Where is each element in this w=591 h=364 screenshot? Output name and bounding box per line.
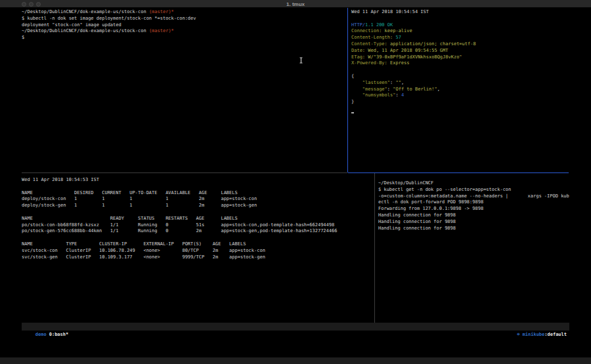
- terminal-text: OK: [387, 22, 393, 28]
- terminal-line: Handling connection for 9898: [378, 226, 570, 232]
- terminal-line: ~/Desktop/DublinCNCF/dok-example-us/stoc…: [22, 28, 346, 35]
- terminal-line: Wed 11 Apr 2018 10:54:53 IST: [22, 177, 373, 184]
- pane-top-left-shell[interactable]: ~/Desktop/DublinCNCF/dok-example-us/stoc…: [22, 9, 346, 41]
- window-title: 1. tmux: [0, 1, 591, 7]
- terminal-line: ectl -n dok port-forward POD 9898:9898: [378, 199, 570, 206]
- terminal-line: Content-Type: application/json; charset=…: [351, 41, 569, 48]
- terminal-text: "lastseen": [362, 80, 390, 85]
- terminal: ~/Desktop/DublinCNCF/dok-example-us/stoc…: [0, 8, 591, 357]
- terminal-text: X-Powered-By:: [351, 60, 390, 66]
- terminal-line: Handling connection for 9898: [378, 219, 570, 226]
- pane-border-vertical-bottom[interactable]: [374, 173, 375, 323]
- window-titlebar: 1. tmux: [0, 0, 591, 8]
- terminal-text: Handling connection for 9898: [378, 212, 456, 218]
- tmux-status-bar: demo0:bash* ☸ minikube:default: [22, 323, 569, 331]
- text-cursor-pointer-icon: [299, 57, 303, 64]
- terminal-line: Connection: keep-alive: [351, 28, 569, 35]
- terminal-text: deploy/stock-gen 1 1 1 1 2m app=stock-ge…: [22, 203, 257, 208]
- terminal-text: NAME DESIRED CURRENT UP-TO-DATE AVAILABL…: [22, 190, 238, 195]
- terminal-line: NAME DESIRED CURRENT UP-TO-DATE AVAILABL…: [22, 190, 373, 197]
- terminal-text: Date:: [351, 48, 368, 53]
- session-name: demo: [35, 332, 47, 337]
- terminal-cursor: [351, 112, 354, 114]
- terminal-text: [351, 80, 362, 85]
- terminal-line: [351, 112, 569, 119]
- terminal-text: Handling connection for 9898: [378, 219, 456, 224]
- terminal-text: 57: [395, 35, 401, 40]
- terminal-text: NAME READY STATUS RESTARTS AGE LABELS: [22, 216, 238, 221]
- terminal-line: HTTP/1.1 200 OK: [351, 22, 569, 29]
- terminal-text: deployment "stock-con" image updated: [22, 22, 121, 28]
- terminal-text: Wed, 11 Apr 2018 09:54:55 GMT: [368, 48, 448, 53]
- terminal-line: X-Powered-By: Express: [351, 60, 569, 67]
- terminal-line: -o=custom-columns=:metadata.name --no-he…: [378, 193, 570, 200]
- terminal-text: Wed 11 Apr 2018 10:54:53 IST: [22, 177, 99, 182]
- terminal-text: }: [351, 99, 354, 104]
- terminal-text: ,: [401, 80, 404, 85]
- pane-border-horizontal-right-active[interactable]: [348, 172, 569, 173]
- terminal-text: ,: [437, 87, 440, 92]
- terminal-line: $: [22, 35, 346, 41]
- terminal-line: $ kubectl get -n dok po --selector=app=s…: [378, 187, 570, 193]
- pane-border-vertical-top[interactable]: [347, 8, 348, 172]
- terminal-text: $: [22, 35, 24, 40]
- pane-border-horizontal-left[interactable]: [22, 172, 347, 173]
- terminal-line: "lastseen": "",: [351, 80, 569, 87]
- kubernetes-icon: ☸: [517, 332, 522, 337]
- terminal-text: HTTP/: [351, 22, 365, 28]
- terminal-text: ectl -n dok port-forward POD 9898:9898: [378, 199, 483, 205]
- pane-bottom-left-kubectl-resources[interactable]: Wed 11 Apr 2018 10:54:53 IST NAME DESIRE…: [22, 177, 373, 260]
- terminal-text: Content-Type:: [351, 41, 390, 47]
- terminal-text: "Off to Berlin!": [393, 87, 437, 92]
- terminal-line: po/stock-gen-576cc688bb-44kmn 1/1 Runnin…: [22, 228, 373, 235]
- terminal-text: Handling connection for 9898: [378, 226, 456, 231]
- terminal-text: Wed 11 Apr 2018 10:54:54 IST: [351, 9, 429, 14]
- terminal-text: "": [395, 80, 401, 85]
- terminal-line: $ kubectl -n dok set image deployment/st…: [22, 16, 346, 22]
- window-tab[interactable]: 0:bash*: [49, 332, 69, 337]
- terminal-line: svc/stock-gen ClusterIP 10.109.3.177 <no…: [22, 254, 373, 261]
- terminal-text: (master)*: [149, 28, 174, 33]
- terminal-text: ETag:: [351, 54, 368, 60]
- terminal-line: ETag: W/"39-0xBPf9aF1dXVNkhsxoBQgJ8vKzo": [351, 54, 569, 61]
- terminal-text: :: [395, 92, 401, 98]
- terminal-text: "numsymbols": [362, 92, 396, 98]
- terminal-text: NAME TYPE CLUSTER-IP EXTERNAL-IP PORT(S)…: [22, 241, 246, 247]
- terminal-line: [22, 235, 373, 241]
- terminal-line: deployment "stock-con" image updated: [22, 22, 346, 29]
- terminal-text: Express: [390, 60, 410, 66]
- terminal-text: application/json; charset=utf-8: [390, 41, 476, 47]
- terminal-text: {: [351, 73, 354, 79]
- terminal-text: "message": [362, 87, 387, 92]
- terminal-line: ~/Desktop/DublinCNCF/dok-example-us/stoc…: [22, 9, 346, 16]
- desktop-strip: [0, 357, 591, 364]
- terminal-text: Connection:: [351, 28, 385, 33]
- terminal-text: deploy/stock-con 1 1 1 1 2m app=stock-co…: [22, 196, 257, 201]
- pane-bottom-right-port-forward[interactable]: ~/Desktop/DublinCNCF$ kubectl get -n dok…: [378, 180, 570, 232]
- terminal-text: ~/Desktop/DublinCNCF: [378, 180, 433, 186]
- terminal-line: NAME TYPE CLUSTER-IP EXTERNAL-IP PORT(S)…: [22, 241, 373, 248]
- terminal-line: ~/Desktop/DublinCNCF: [378, 180, 570, 187]
- terminal-line: [22, 184, 373, 190]
- terminal-text: Content-Length:: [351, 35, 395, 40]
- terminal-text: -o=custom-columns=:metadata.name --no-he…: [378, 193, 569, 199]
- terminal-line: Handling connection for 9898: [378, 212, 570, 219]
- terminal-line: }: [351, 99, 569, 106]
- terminal-line: Forwarding from 127.0.0.1:9898 -> 9898: [378, 206, 570, 212]
- terminal-line: svc/stock-con ClusterIP 10.106.78.249 <n…: [22, 248, 373, 254]
- terminal-text: ~/Desktop/DublinCNCF/dok-example-us/stoc…: [22, 28, 149, 33]
- terminal-text: :: [387, 87, 393, 92]
- terminal-line: [351, 106, 569, 112]
- terminal-line: deploy/stock-con 1 1 1 1 2m app=stock-co…: [22, 196, 373, 203]
- terminal-line: Content-Length: 57: [351, 35, 569, 41]
- terminal-text: keep-alive: [385, 28, 412, 33]
- terminal-line: [351, 16, 569, 22]
- terminal-line: deploy/stock-gen 1 1 1 1 2m app=stock-ge…: [22, 203, 373, 209]
- terminal-text: ~/Desktop/DublinCNCF/dok-example-us/stoc…: [22, 9, 149, 14]
- terminal-text: $ kubectl -n dok set image deployment/st…: [22, 16, 196, 21]
- terminal-line: {: [351, 73, 569, 80]
- terminal-line: "message": "Off to Berlin!",: [351, 87, 569, 93]
- terminal-text: svc/stock-gen ClusterIP 10.109.3.177 <no…: [22, 254, 265, 260]
- terminal-line: po/stock-con-bb68f88fd-kzsxz 1/1 Running…: [22, 222, 373, 229]
- pane-top-right-http-response[interactable]: Wed 11 Apr 2018 10:54:54 IST HTTP/1.1 20…: [351, 9, 569, 119]
